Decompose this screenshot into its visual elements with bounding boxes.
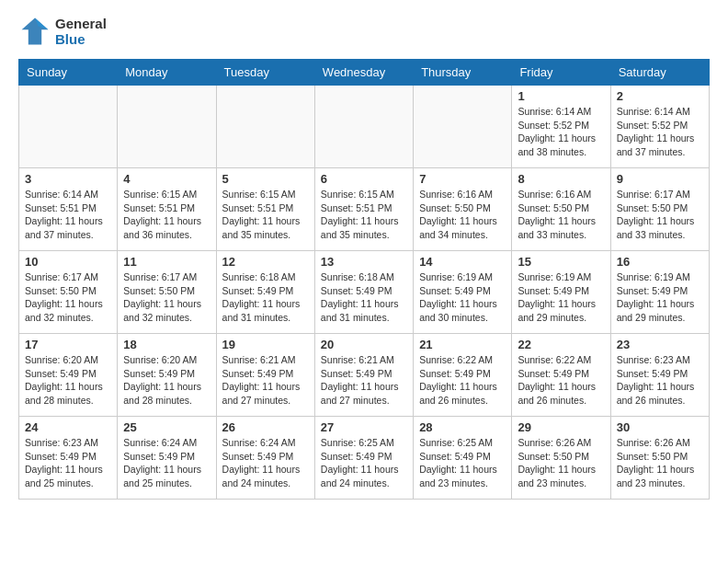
day-number: 9 [617, 172, 703, 186]
day-number: 8 [518, 172, 604, 186]
day-number: 22 [518, 338, 604, 351]
day-number: 26 [222, 420, 309, 434]
day-info: Sunrise: 6:21 AM Sunset: 5:49 PM Dayligh… [321, 353, 407, 408]
calendar-cell: 20Sunrise: 6:21 AM Sunset: 5:49 PM Dayli… [314, 334, 413, 417]
calendar-cell: 23Sunrise: 6:23 AM Sunset: 5:49 PM Dayli… [610, 334, 709, 417]
day-info: Sunrise: 6:14 AM Sunset: 5:52 PM Dayligh… [518, 105, 604, 159]
day-info: Sunrise: 6:16 AM Sunset: 5:50 PM Dayligh… [518, 188, 604, 242]
calendar-cell: 7Sunrise: 6:16 AM Sunset: 5:50 PM Daylig… [414, 168, 512, 251]
day-info: Sunrise: 6:22 AM Sunset: 5:49 PM Dayligh… [419, 353, 506, 408]
calendar-cell: 14Sunrise: 6:19 AM Sunset: 5:49 PM Dayli… [414, 251, 512, 334]
logo: General Blue [18, 15, 107, 48]
calendar-cell: 15Sunrise: 6:19 AM Sunset: 5:49 PM Dayli… [512, 251, 610, 334]
calendar-cell: 12Sunrise: 6:18 AM Sunset: 5:49 PM Dayli… [216, 251, 314, 334]
day-info: Sunrise: 6:17 AM Sunset: 5:50 PM Dayligh… [617, 188, 703, 242]
calendar-cell: 6Sunrise: 6:15 AM Sunset: 5:51 PM Daylig… [314, 168, 413, 251]
day-number: 1 [518, 89, 604, 103]
day-info: Sunrise: 6:25 AM Sunset: 5:49 PM Dayligh… [321, 436, 407, 490]
day-info: Sunrise: 6:26 AM Sunset: 5:50 PM Dayligh… [518, 436, 604, 490]
calendar-cell: 27Sunrise: 6:25 AM Sunset: 5:49 PM Dayli… [314, 417, 413, 500]
page-container: General Blue SundayMondayTuesdayWednesda… [0, 0, 728, 514]
col-header-thursday: Thursday [414, 60, 512, 86]
calendar-table: SundayMondayTuesdayWednesdayThursdayFrid… [18, 59, 710, 500]
week-row-4: 17Sunrise: 6:20 AM Sunset: 5:49 PM Dayli… [19, 334, 710, 417]
calendar-cell: 11Sunrise: 6:17 AM Sunset: 5:50 PM Dayli… [118, 251, 216, 334]
col-header-wednesday: Wednesday [314, 60, 413, 86]
day-info: Sunrise: 6:24 AM Sunset: 5:49 PM Dayligh… [222, 436, 309, 490]
day-info: Sunrise: 6:14 AM Sunset: 5:51 PM Dayligh… [25, 188, 111, 242]
calendar-cell [118, 86, 216, 168]
day-info: Sunrise: 6:15 AM Sunset: 5:51 PM Dayligh… [222, 188, 309, 242]
col-header-tuesday: Tuesday [216, 60, 314, 86]
calendar-cell: 1Sunrise: 6:14 AM Sunset: 5:52 PM Daylig… [512, 86, 610, 168]
day-info: Sunrise: 6:25 AM Sunset: 5:49 PM Dayligh… [419, 436, 506, 490]
day-info: Sunrise: 6:14 AM Sunset: 5:52 PM Dayligh… [617, 105, 703, 159]
calendar-cell: 22Sunrise: 6:22 AM Sunset: 5:49 PM Dayli… [512, 334, 610, 417]
day-info: Sunrise: 6:23 AM Sunset: 5:49 PM Dayligh… [25, 436, 111, 490]
header: General Blue [18, 15, 710, 48]
calendar-cell: 30Sunrise: 6:26 AM Sunset: 5:50 PM Dayli… [610, 417, 709, 500]
day-info: Sunrise: 6:20 AM Sunset: 5:49 PM Dayligh… [25, 353, 111, 408]
calendar-cell: 10Sunrise: 6:17 AM Sunset: 5:50 PM Dayli… [19, 251, 118, 334]
day-info: Sunrise: 6:19 AM Sunset: 5:49 PM Dayligh… [419, 270, 506, 325]
calendar-cell: 21Sunrise: 6:22 AM Sunset: 5:49 PM Dayli… [414, 334, 512, 417]
day-info: Sunrise: 6:18 AM Sunset: 5:49 PM Dayligh… [321, 270, 407, 325]
logo-icon [18, 15, 51, 48]
day-info: Sunrise: 6:17 AM Sunset: 5:50 PM Dayligh… [25, 270, 111, 325]
week-row-1: 1Sunrise: 6:14 AM Sunset: 5:52 PM Daylig… [19, 86, 710, 168]
week-row-2: 3Sunrise: 6:14 AM Sunset: 5:51 PM Daylig… [19, 168, 710, 251]
calendar-cell: 16Sunrise: 6:19 AM Sunset: 5:49 PM Dayli… [610, 251, 709, 334]
day-number: 5 [222, 172, 309, 186]
col-header-monday: Monday [118, 60, 216, 86]
week-row-3: 10Sunrise: 6:17 AM Sunset: 5:50 PM Dayli… [19, 251, 710, 334]
day-info: Sunrise: 6:15 AM Sunset: 5:51 PM Dayligh… [123, 188, 210, 242]
calendar-cell: 9Sunrise: 6:17 AM Sunset: 5:50 PM Daylig… [610, 168, 709, 251]
day-info: Sunrise: 6:19 AM Sunset: 5:49 PM Dayligh… [518, 270, 604, 325]
calendar-cell: 19Sunrise: 6:21 AM Sunset: 5:49 PM Dayli… [216, 334, 314, 417]
calendar-cell: 28Sunrise: 6:25 AM Sunset: 5:49 PM Dayli… [414, 417, 512, 500]
day-number: 27 [321, 420, 407, 434]
day-info: Sunrise: 6:15 AM Sunset: 5:51 PM Dayligh… [321, 188, 407, 242]
day-number: 16 [617, 255, 703, 269]
day-number: 19 [222, 338, 309, 351]
calendar-cell: 25Sunrise: 6:24 AM Sunset: 5:49 PM Dayli… [118, 417, 216, 500]
day-info: Sunrise: 6:21 AM Sunset: 5:49 PM Dayligh… [222, 353, 309, 408]
day-info: Sunrise: 6:20 AM Sunset: 5:49 PM Dayligh… [123, 353, 210, 408]
day-number: 3 [25, 172, 111, 186]
day-info: Sunrise: 6:17 AM Sunset: 5:50 PM Dayligh… [123, 270, 210, 325]
day-info: Sunrise: 6:16 AM Sunset: 5:50 PM Dayligh… [419, 188, 506, 242]
day-number: 30 [617, 420, 703, 434]
day-number: 4 [123, 172, 210, 186]
calendar-cell: 26Sunrise: 6:24 AM Sunset: 5:49 PM Dayli… [216, 417, 314, 500]
calendar-cell: 17Sunrise: 6:20 AM Sunset: 5:49 PM Dayli… [19, 334, 118, 417]
day-info: Sunrise: 6:23 AM Sunset: 5:49 PM Dayligh… [617, 353, 703, 408]
day-number: 14 [419, 255, 506, 269]
calendar-cell [314, 86, 413, 168]
day-number: 18 [123, 338, 210, 351]
calendar-cell [216, 86, 314, 168]
calendar-cell: 3Sunrise: 6:14 AM Sunset: 5:51 PM Daylig… [19, 168, 118, 251]
day-number: 24 [25, 420, 111, 434]
day-number: 29 [518, 420, 604, 434]
day-number: 2 [617, 89, 703, 103]
col-header-saturday: Saturday [610, 60, 709, 86]
day-number: 10 [25, 255, 111, 269]
day-number: 28 [419, 420, 506, 434]
day-info: Sunrise: 6:26 AM Sunset: 5:50 PM Dayligh… [617, 436, 703, 490]
calendar-header-row: SundayMondayTuesdayWednesdayThursdayFrid… [19, 60, 710, 86]
calendar-cell: 24Sunrise: 6:23 AM Sunset: 5:49 PM Dayli… [19, 417, 118, 500]
day-info: Sunrise: 6:18 AM Sunset: 5:49 PM Dayligh… [222, 270, 309, 325]
day-number: 11 [123, 255, 210, 269]
day-number: 17 [25, 338, 111, 351]
col-header-friday: Friday [512, 60, 610, 86]
day-info: Sunrise: 6:19 AM Sunset: 5:49 PM Dayligh… [617, 270, 703, 325]
day-info: Sunrise: 6:24 AM Sunset: 5:49 PM Dayligh… [123, 436, 210, 490]
calendar-cell: 13Sunrise: 6:18 AM Sunset: 5:49 PM Dayli… [314, 251, 413, 334]
day-number: 12 [222, 255, 309, 269]
day-number: 21 [419, 338, 506, 351]
calendar-cell: 29Sunrise: 6:26 AM Sunset: 5:50 PM Dayli… [512, 417, 610, 500]
day-number: 23 [617, 338, 703, 351]
day-number: 15 [518, 255, 604, 269]
col-header-sunday: Sunday [19, 60, 118, 86]
day-number: 25 [123, 420, 210, 434]
